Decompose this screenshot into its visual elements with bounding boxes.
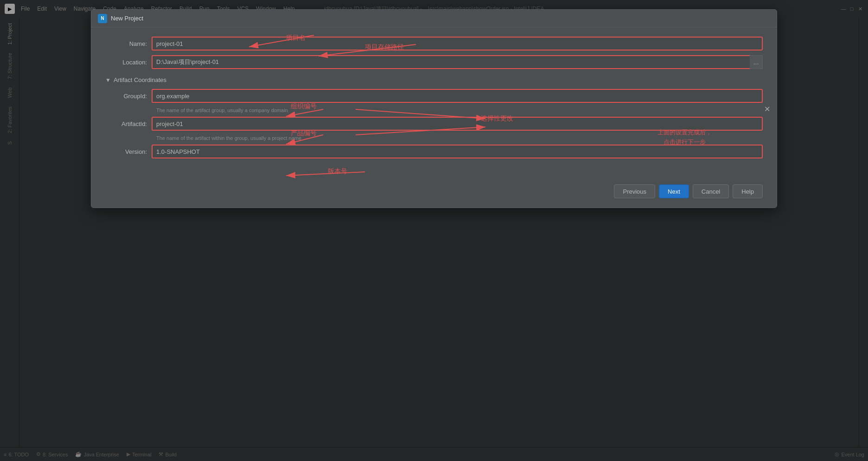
artifact-section-title: Artifact Coordinates <box>114 76 166 83</box>
annotation-version: 版本号 <box>328 167 347 176</box>
version-row: Version: <box>105 145 763 158</box>
help-button[interactable]: Help <box>733 184 763 198</box>
svg-line-6 <box>286 172 365 176</box>
dialog-body: Name: Location: ... ▼ Artifact Coordinat… <box>91 27 777 168</box>
dialog-close-button[interactable]: ✕ <box>764 104 770 113</box>
groupid-row: GroupId: <box>105 89 763 103</box>
artifactid-input[interactable] <box>152 117 763 131</box>
artifactid-hint: The name of the artifact within the grou… <box>156 135 763 141</box>
location-browse-button[interactable]: ... <box>750 55 763 69</box>
groupid-hint: The name of the artifact group, usually … <box>156 107 763 113</box>
name-input[interactable] <box>152 37 763 51</box>
artifactid-row: ArtifactId: <box>105 117 763 131</box>
artifact-section-header: ▼ Artifact Coordinates <box>105 76 763 83</box>
dialog-titlebar: N New Project ✕ <box>91 10 777 27</box>
version-input[interactable] <box>152 145 763 158</box>
location-row: Location: ... <box>105 55 763 69</box>
new-project-dialog: N New Project ✕ Name: Location: ... <box>91 9 777 208</box>
name-row: Name: <box>105 37 763 51</box>
location-input-wrap: ... <box>152 55 763 69</box>
version-label: Version: <box>105 148 152 155</box>
dialog-footer: Previous Next Cancel Help <box>91 177 777 208</box>
name-label: Name: <box>105 40 152 47</box>
cancel-button[interactable]: Cancel <box>693 184 729 198</box>
dialog-overlay: N New Project ✕ Name: Location: ... <box>0 0 868 461</box>
previous-button[interactable]: Previous <box>614 184 655 198</box>
artifactid-input-wrap <box>152 117 763 131</box>
dialog-icon: N <box>98 14 107 23</box>
name-input-wrap <box>152 37 763 51</box>
groupid-label: GroupId: <box>105 93 152 100</box>
version-input-wrap <box>152 145 763 158</box>
location-input[interactable] <box>152 55 763 69</box>
artifactid-label: ArtifactId: <box>105 120 152 127</box>
artifact-toggle[interactable]: ▼ <box>105 77 111 83</box>
location-label: Location: <box>105 59 152 66</box>
dialog-title: New Project <box>111 15 143 22</box>
groupid-input[interactable] <box>152 89 763 103</box>
next-button[interactable]: Next <box>659 184 689 198</box>
groupid-input-wrap <box>152 89 763 103</box>
